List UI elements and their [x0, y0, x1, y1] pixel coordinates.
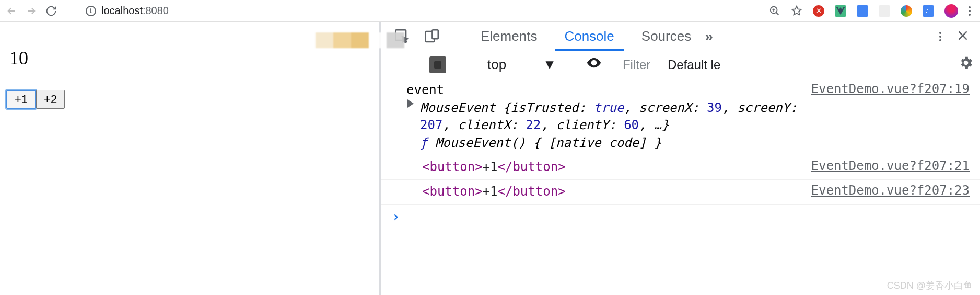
source-link[interactable]: EventDemo.vue?f207:23 — [801, 183, 970, 201]
console-output: event MouseEvent {isTrusted: true, scree… — [381, 78, 980, 295]
button-row: +1 +2 — [6, 90, 373, 109]
url-text: localhost:8080 — [101, 5, 169, 17]
source-link[interactable]: EventDemo.vue?f207:19 — [801, 82, 970, 152]
fn-signature: MouseEvent() { [native code] } — [435, 135, 661, 150]
blurred-region — [316, 32, 404, 48]
bookmark-star-icon[interactable] — [791, 5, 802, 17]
translate-icon[interactable] — [857, 5, 868, 17]
extension-icon[interactable]: ✕ — [813, 5, 824, 17]
more-tabs-icon[interactable]: » — [705, 28, 710, 45]
console-prompt[interactable]: › — [381, 205, 980, 229]
browser-menu-icon[interactable] — [969, 6, 971, 16]
page-viewport: 10 +1 +2 — [0, 22, 381, 295]
vue-devtools-icon[interactable] — [835, 5, 846, 17]
devtools-menu-icon[interactable] — [939, 32, 941, 41]
svg-rect-3 — [432, 30, 438, 39]
chevron-down-icon: ▼ — [543, 56, 556, 73]
increment-1-button[interactable]: +1 — [6, 90, 36, 109]
execution-context-select[interactable]: top ▼ — [466, 51, 561, 78]
extension-icon-3[interactable] — [901, 5, 912, 17]
devtools-tabs: Elements Console Sources » — [381, 22, 980, 51]
close-devtools-icon[interactable] — [956, 29, 970, 44]
address-bar[interactable]: i localhost:8080 — [79, 3, 706, 19]
clear-console-icon[interactable] — [429, 56, 446, 73]
tab-console[interactable]: Console — [551, 22, 627, 51]
log-entry[interactable]: <button>+1</button> EventDemo.vue?f207:2… — [381, 180, 980, 205]
counter-value: 10 — [9, 47, 373, 69]
expand-triangle-icon[interactable] — [407, 99, 414, 108]
tab-elements[interactable]: Elements — [467, 22, 551, 51]
profile-avatar[interactable] — [944, 4, 958, 18]
log-entry[interactable]: <button>+1</button> EventDemo.vue?f207:2… — [381, 155, 980, 180]
console-settings-icon[interactable] — [958, 55, 974, 74]
console-toolbar: top ▼ Filter Default le — [381, 51, 980, 78]
live-expression-icon[interactable] — [586, 54, 602, 75]
increment-2-button[interactable]: +2 — [36, 90, 65, 109]
log-levels-select[interactable]: Default le — [658, 51, 731, 78]
toolbar-right: ✕ ♪ — [769, 4, 976, 18]
device-toolbar-icon[interactable] — [417, 28, 446, 46]
object-type: MouseEvent — [420, 100, 496, 115]
watermark: CSDN @姜香小白鱼 — [887, 279, 973, 292]
context-label: top — [487, 56, 506, 73]
site-info-icon[interactable]: i — [86, 6, 96, 16]
reload-button[interactable] — [44, 4, 59, 18]
back-button[interactable] — [4, 4, 19, 18]
log-entry[interactable]: event MouseEvent {isTrusted: true, scree… — [381, 78, 980, 155]
extension-icon-2[interactable] — [879, 5, 890, 17]
filter-input[interactable]: Filter — [612, 51, 648, 78]
log-label: event — [406, 83, 444, 97]
zoom-icon[interactable] — [769, 5, 780, 17]
tab-sources[interactable]: Sources — [628, 22, 705, 51]
forward-button[interactable] — [24, 4, 39, 18]
music-extension-icon[interactable]: ♪ — [923, 5, 934, 17]
browser-toolbar: i localhost:8080 ✕ ♪ — [0, 0, 980, 22]
svg-point-4 — [592, 61, 595, 64]
devtools-panel: Elements Console Sources » top ▼ Filter — [381, 22, 980, 295]
source-link[interactable]: EventDemo.vue?f207:21 — [801, 158, 970, 176]
